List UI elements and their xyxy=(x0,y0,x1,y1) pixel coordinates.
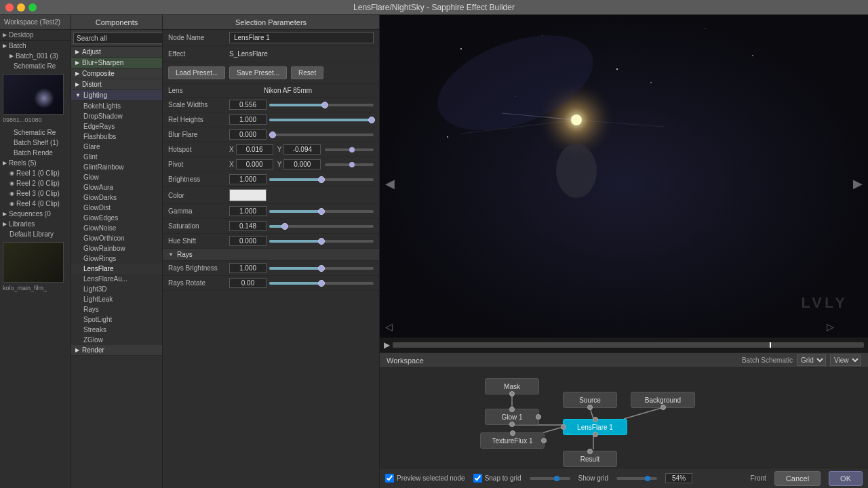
schematic1-item[interactable]: Schematic Re xyxy=(0,61,71,71)
comp-gloworthicon[interactable]: GlowOrthicon xyxy=(71,233,162,243)
comp-glare[interactable]: Glare xyxy=(71,142,162,152)
category-distort[interactable]: ▶ Distort xyxy=(71,79,162,90)
batch-shelf-item[interactable]: Batch Shelf (1) xyxy=(0,138,71,148)
comp-lightleak[interactable]: LightLeak xyxy=(71,294,162,304)
libraries-item[interactable]: ▶ Libraries xyxy=(0,219,71,229)
node-background[interactable]: Background xyxy=(631,392,695,408)
hue-shift-input[interactable] xyxy=(229,236,267,246)
preview-node-checkbox-label[interactable]: Preview selected node xyxy=(385,474,465,483)
rays-rotate-slider[interactable] xyxy=(269,282,374,285)
comp-light3d[interactable]: Light3D xyxy=(71,284,162,294)
grid-select[interactable]: Grid xyxy=(797,354,826,366)
reel2-item[interactable]: ◉ Reel 2 (0 Clip) xyxy=(0,178,71,188)
textureflux-top-connector[interactable] xyxy=(510,430,515,436)
comp-lensflare[interactable]: LensFlare xyxy=(71,264,162,274)
glow1-bottom-connector[interactable] xyxy=(509,422,515,427)
cancel-button[interactable]: Cancel xyxy=(774,471,821,486)
result-top-connector[interactable] xyxy=(587,449,593,454)
snap-to-grid-label[interactable]: Snap to grid xyxy=(473,474,521,483)
saturation-slider[interactable] xyxy=(269,225,374,228)
film-thumbnail[interactable] xyxy=(3,242,64,283)
pivot-slider[interactable] xyxy=(325,163,374,166)
hue-shift-slider[interactable] xyxy=(269,240,374,243)
batch-item[interactable]: ▶ Batch xyxy=(0,41,71,51)
rays-brightness-slider[interactable] xyxy=(269,267,374,270)
close-btn[interactable] xyxy=(5,3,14,12)
comp-edgerays[interactable]: EdgeRays xyxy=(71,121,162,131)
hotspot-y-input[interactable] xyxy=(283,144,321,155)
rays-section[interactable]: ▼ Rays xyxy=(163,249,379,261)
batch-render-item[interactable]: Batch Rende xyxy=(0,148,71,158)
comp-glow[interactable]: Glow xyxy=(71,172,162,182)
timeline[interactable] xyxy=(393,342,864,348)
grid-track[interactable] xyxy=(616,477,657,480)
source-bottom-connector[interactable] xyxy=(587,405,593,410)
lensflare-bottom-connector[interactable] xyxy=(593,432,598,437)
comp-glowrings[interactable]: GlowRings xyxy=(71,253,162,264)
ok-button[interactable]: OK xyxy=(829,471,863,486)
pivot-x-input[interactable] xyxy=(236,159,273,169)
comp-bokenhlights[interactable]: BokehLights xyxy=(71,101,162,111)
comp-streaks[interactable]: Streaks xyxy=(71,325,162,335)
comp-flashbulbs[interactable]: Flashbulbs xyxy=(71,131,162,142)
scale-widths-input[interactable] xyxy=(229,100,267,110)
reels-item[interactable]: ▶ Reels (5) xyxy=(0,158,71,168)
preview-thumbnail[interactable] xyxy=(3,74,64,115)
maximize-btn[interactable] xyxy=(28,3,37,12)
comp-glintrainbow[interactable]: GlintRainbow xyxy=(71,162,162,172)
hotspot-x-input[interactable] xyxy=(236,144,273,155)
schematic2-item[interactable]: Schematic Re xyxy=(0,127,71,138)
lensflare-left-connector[interactable] xyxy=(561,424,566,430)
save-preset-button[interactable]: Save Preset... xyxy=(229,66,287,79)
category-lighting[interactable]: ▼ Lighting xyxy=(71,90,162,101)
snap-to-grid-checkbox[interactable] xyxy=(473,474,482,483)
comp-lensflare-au[interactable]: LensFlareAu... xyxy=(71,274,162,284)
view-select[interactable]: View xyxy=(830,354,861,366)
prev-arrow-icon[interactable]: ◀ xyxy=(385,176,395,191)
comp-rays[interactable]: Rays xyxy=(71,304,162,314)
reel1-item[interactable]: ◉ Reel 1 (0 Clip) xyxy=(0,168,71,178)
gamma-input[interactable] xyxy=(229,206,267,216)
reel4-item[interactable]: ◉ Reel 4 (0 Clip) xyxy=(0,199,71,209)
scale-widths-slider[interactable] xyxy=(269,104,374,106)
window-controls[interactable] xyxy=(5,3,37,12)
comp-glowdist[interactable]: GlowDist xyxy=(71,203,162,213)
sequences-item[interactable]: ▶ Sequences (0 xyxy=(0,209,71,219)
node-glow1[interactable]: Glow 1 xyxy=(485,409,539,425)
comp-glowedges[interactable]: GlowEdges xyxy=(71,213,162,223)
comp-glowdarks[interactable]: GlowDarks xyxy=(71,192,162,203)
comp-glowrainbow[interactable]: GlowRainbow xyxy=(71,243,162,253)
brightness-slider[interactable] xyxy=(269,178,374,181)
rays-brightness-input[interactable] xyxy=(229,263,267,273)
default-library-item[interactable]: Default Library xyxy=(0,229,71,239)
minimize-btn[interactable] xyxy=(17,3,25,12)
next-arrow-icon[interactable]: ▶ xyxy=(853,176,863,191)
play-button[interactable]: ▶ xyxy=(384,340,390,350)
lensflare-top-connector[interactable] xyxy=(593,417,598,422)
comp-glowaura[interactable]: GlowAura xyxy=(71,182,162,192)
node-source[interactable]: Source xyxy=(563,392,617,408)
bg-bottom-connector[interactable] xyxy=(660,405,666,410)
node-name-input[interactable] xyxy=(229,32,374,43)
glow1-top-connector[interactable] xyxy=(509,407,515,412)
comp-glownoise[interactable]: GlowNoise xyxy=(71,223,162,233)
rel-heights-input[interactable] xyxy=(229,115,267,125)
comp-dropshadow[interactable]: DropShadow xyxy=(71,111,162,121)
color-swatch[interactable] xyxy=(229,189,267,201)
blur-flare-slider[interactable] xyxy=(269,134,374,136)
load-preset-button[interactable]: Load Preset... xyxy=(168,66,225,79)
reset-button[interactable]: Reset xyxy=(291,66,323,79)
node-mask[interactable]: Mask xyxy=(485,378,539,394)
node-canvas[interactable]: Mask Source Background Glo xyxy=(380,368,868,468)
comp-spotlight[interactable]: SpotLight xyxy=(71,314,162,325)
rays-rotate-input[interactable] xyxy=(229,278,267,288)
preview-canvas[interactable]: LVLY ◀ ▶ ◁ ▷ xyxy=(380,15,868,352)
node-lensflare1[interactable]: LensFlare 1 xyxy=(563,419,627,435)
zoom-input[interactable] xyxy=(665,473,692,483)
saturation-input[interactable] xyxy=(229,221,267,231)
pivot-y-input[interactable] xyxy=(283,159,321,169)
glow1-right-connector[interactable] xyxy=(536,414,541,420)
category-blur[interactable]: ▶ Blur+Sharpen xyxy=(71,58,162,68)
category-render[interactable]: ▶ Render xyxy=(71,345,162,356)
search-input[interactable] xyxy=(73,33,163,44)
